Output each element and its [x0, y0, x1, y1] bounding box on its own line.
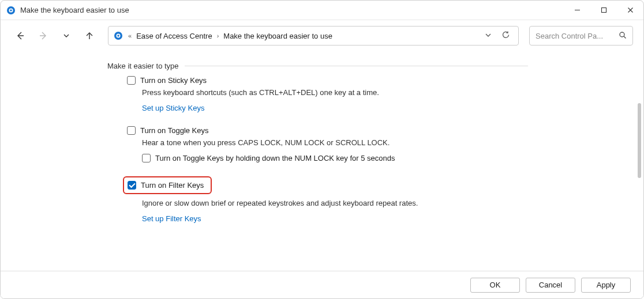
toggle-keys-row[interactable]: Turn on Toggle Keys	[107, 126, 528, 135]
forward-button[interactable]	[34, 27, 53, 45]
window-title: Make the keyboard easier to use	[20, 6, 129, 14]
toggle-keys-checkbox[interactable]	[127, 126, 136, 135]
sticky-keys-row[interactable]: Turn on Sticky Keys	[107, 76, 528, 85]
toggle-keys-desc: Hear a tone when you press CAPS LOCK, NU…	[107, 138, 528, 147]
chevron-left-icon: «	[127, 32, 133, 39]
navbar: « Ease of Access Centre › Make the keybo…	[1, 20, 643, 51]
search-box[interactable]	[529, 26, 633, 46]
ok-button[interactable]: OK	[470, 278, 520, 293]
svg-rect-4	[601, 8, 606, 13]
breadcrumb-seg-ease[interactable]: Ease of Access Centre	[136, 32, 212, 40]
window-controls	[564, 1, 643, 20]
sticky-keys-label: Turn on Sticky Keys	[140, 76, 207, 85]
search-icon[interactable]	[619, 31, 627, 41]
up-button[interactable]	[80, 27, 99, 45]
chevron-right-icon: ›	[216, 32, 220, 39]
back-button[interactable]	[11, 27, 29, 45]
sticky-keys-desc: Press keyboard shortcuts (such as CTRL+A…	[107, 88, 528, 97]
svg-line-14	[624, 36, 626, 39]
section-heading-label: Make it easier to type	[107, 62, 179, 70]
history-dropdown[interactable]	[57, 27, 76, 45]
toggle-keys-label: Turn on Toggle Keys	[140, 126, 209, 135]
svg-point-13	[620, 32, 624, 37]
close-button[interactable]	[617, 1, 643, 20]
breadcrumb[interactable]: « Ease of Access Centre › Make the keybo…	[108, 26, 519, 46]
titlebar: Make the keyboard easier to use	[1, 1, 643, 20]
content-area: Make it easier to type Turn on Sticky Ke…	[1, 51, 643, 271]
filter-keys-checkbox[interactable]	[128, 181, 136, 190]
section-heading: Make it easier to type	[107, 62, 528, 70]
divider	[185, 66, 528, 66]
svg-point-12	[117, 35, 119, 36]
sticky-keys-checkbox[interactable]	[127, 76, 136, 85]
search-input[interactable]	[536, 32, 605, 40]
setup-filter-keys-link[interactable]: Set up Filter Keys	[142, 214, 201, 223]
breadcrumb-icon	[113, 31, 123, 41]
toggle-keys-numlock-row[interactable]: Turn on Toggle Keys by holding down the …	[107, 154, 528, 162]
filter-keys-label: Turn on Filter Keys	[141, 181, 204, 190]
breadcrumb-dropdown-icon[interactable]	[484, 31, 492, 41]
toggle-keys-numlock-checkbox[interactable]	[142, 154, 151, 162]
setup-sticky-keys-link[interactable]: Set up Sticky Keys	[142, 104, 204, 112]
scrollbar[interactable]	[638, 103, 641, 178]
maximize-button[interactable]	[590, 1, 617, 20]
cancel-button[interactable]: Cancel	[526, 278, 575, 293]
filter-keys-desc: Ignore or slow down brief or repeated ke…	[107, 199, 528, 207]
toggle-keys-numlock-label: Turn on Toggle Keys by holding down the …	[155, 154, 395, 162]
footer: OK Cancel Apply	[1, 271, 643, 298]
filter-keys-highlight: Turn on Filter Keys	[123, 176, 212, 194]
svg-point-2	[10, 9, 12, 11]
breadcrumb-seg-keyboard[interactable]: Make the keyboard easier to use	[223, 32, 332, 40]
app-icon	[6, 6, 16, 15]
apply-button[interactable]: Apply	[581, 278, 631, 293]
refresh-icon[interactable]	[501, 31, 510, 41]
minimize-button[interactable]	[564, 1, 590, 20]
